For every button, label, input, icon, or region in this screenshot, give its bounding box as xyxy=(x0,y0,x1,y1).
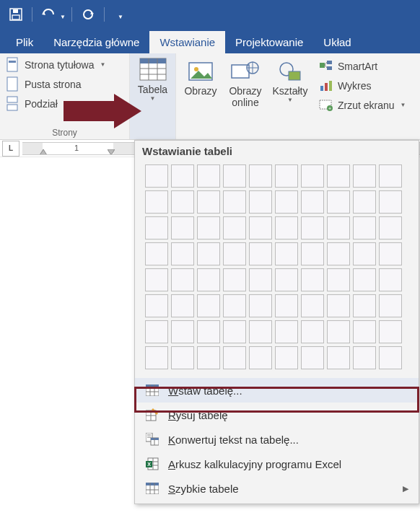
table-grid-picker[interactable] xyxy=(135,162,419,378)
grid-cell[interactable] xyxy=(379,164,402,188)
online-pictures-button[interactable]: Obrazy online xyxy=(224,58,267,139)
tab-layout[interactable]: Układ xyxy=(313,31,361,53)
grid-cell[interactable] xyxy=(223,242,246,265)
grid-cell[interactable] xyxy=(275,242,298,265)
grid-cell[interactable] xyxy=(223,320,246,343)
grid-cell[interactable] xyxy=(223,268,246,291)
tab-file[interactable]: Plik xyxy=(6,31,43,53)
first-line-indent-icon[interactable] xyxy=(40,149,47,155)
chart-button[interactable]: Wykres xyxy=(319,76,406,95)
grid-cell[interactable] xyxy=(145,190,168,214)
grid-cell[interactable] xyxy=(379,346,402,369)
undo-button[interactable] xyxy=(38,4,58,25)
grid-cell[interactable] xyxy=(327,294,350,317)
grid-cell[interactable] xyxy=(249,268,272,291)
grid-cell[interactable] xyxy=(353,346,376,369)
grid-cell[interactable] xyxy=(379,320,402,343)
grid-cell[interactable] xyxy=(379,216,402,239)
grid-cell[interactable] xyxy=(197,320,220,343)
tab-insert[interactable]: Wstawianie xyxy=(149,31,225,53)
grid-cell[interactable] xyxy=(379,190,402,214)
grid-cell[interactable] xyxy=(275,320,298,343)
grid-cell[interactable] xyxy=(275,164,298,188)
grid-cell[interactable] xyxy=(327,164,350,188)
grid-cell[interactable] xyxy=(249,320,272,343)
grid-cell[interactable] xyxy=(353,190,376,214)
pictures-button[interactable]: Obrazy xyxy=(179,58,222,139)
grid-cell[interactable] xyxy=(301,164,324,188)
undo-dropdown-icon[interactable]: ▼ xyxy=(60,14,66,20)
grid-cell[interactable] xyxy=(301,242,324,265)
grid-cell[interactable] xyxy=(197,242,220,265)
menu-quick-tables[interactable]: Szybkie tabele ▶ xyxy=(135,476,419,501)
grid-cell[interactable] xyxy=(197,346,220,369)
grid-cell[interactable] xyxy=(223,294,246,317)
grid-cell[interactable] xyxy=(145,294,168,317)
grid-cell[interactable] xyxy=(171,242,194,265)
grid-cell[interactable] xyxy=(197,294,220,317)
grid-cell[interactable] xyxy=(171,346,194,369)
grid-cell[interactable] xyxy=(171,190,194,214)
grid-cell[interactable] xyxy=(275,216,298,239)
grid-cell[interactable] xyxy=(145,216,168,239)
grid-cell[interactable] xyxy=(197,268,220,291)
grid-cell[interactable] xyxy=(327,190,350,214)
qat-customize-icon[interactable]: ▼ xyxy=(118,14,123,20)
grid-cell[interactable] xyxy=(379,294,402,317)
grid-cell[interactable] xyxy=(197,164,220,188)
grid-cell[interactable] xyxy=(223,216,246,239)
shapes-button[interactable]: Kształty ▼ xyxy=(268,58,312,139)
grid-cell[interactable] xyxy=(353,294,376,317)
grid-cell[interactable] xyxy=(353,164,376,188)
grid-cell[interactable] xyxy=(171,216,194,239)
grid-cell[interactable] xyxy=(301,216,324,239)
tab-selector[interactable]: L xyxy=(2,141,19,157)
redo-button[interactable] xyxy=(78,4,98,25)
grid-cell[interactable] xyxy=(171,268,194,291)
grid-cell[interactable] xyxy=(301,346,324,369)
save-button[interactable] xyxy=(6,4,26,25)
grid-cell[interactable] xyxy=(327,320,350,343)
grid-cell[interactable] xyxy=(249,164,272,188)
grid-cell[interactable] xyxy=(327,346,350,369)
grid-cell[interactable] xyxy=(145,242,168,265)
grid-cell[interactable] xyxy=(353,320,376,343)
grid-cell[interactable] xyxy=(249,242,272,265)
grid-cell[interactable] xyxy=(223,164,246,188)
grid-cell[interactable] xyxy=(379,242,402,265)
grid-cell[interactable] xyxy=(223,346,246,369)
tab-home[interactable]: Narzędzia główne xyxy=(43,31,149,53)
grid-cell[interactable] xyxy=(353,268,376,291)
grid-cell[interactable] xyxy=(353,216,376,239)
grid-cell[interactable] xyxy=(223,190,246,214)
grid-cell[interactable] xyxy=(249,346,272,369)
grid-cell[interactable] xyxy=(275,268,298,291)
grid-cell[interactable] xyxy=(301,190,324,214)
grid-cell[interactable] xyxy=(379,268,402,291)
grid-cell[interactable] xyxy=(301,320,324,343)
grid-cell[interactable] xyxy=(275,190,298,214)
screenshot-button[interactable]: + Zrzut ekranu ▼ xyxy=(319,95,406,115)
smartart-button[interactable]: SmartArt xyxy=(319,56,406,76)
grid-cell[interactable] xyxy=(197,216,220,239)
grid-cell[interactable] xyxy=(353,242,376,265)
grid-cell[interactable] xyxy=(197,190,220,214)
grid-cell[interactable] xyxy=(145,346,168,369)
grid-cell[interactable] xyxy=(145,164,168,188)
grid-cell[interactable] xyxy=(327,268,350,291)
right-indent-icon[interactable] xyxy=(108,149,115,155)
grid-cell[interactable] xyxy=(145,320,168,343)
blank-page-button[interactable]: Pusta strona xyxy=(4,74,125,94)
grid-cell[interactable] xyxy=(145,268,168,291)
grid-cell[interactable] xyxy=(301,294,324,317)
menu-draw-table[interactable]: Rysuj tabelę xyxy=(135,403,419,427)
grid-cell[interactable] xyxy=(249,294,272,317)
grid-cell[interactable] xyxy=(171,294,194,317)
cover-page-button[interactable]: Strona tytułowa ▼ xyxy=(4,55,125,74)
grid-cell[interactable] xyxy=(275,294,298,317)
grid-cell[interactable] xyxy=(327,216,350,239)
grid-cell[interactable] xyxy=(171,320,194,343)
menu-insert-table[interactable]: Wstaw tabelę... xyxy=(135,378,419,403)
menu-excel-spreadsheet[interactable]: X Arkusz kalkulacyjny programu Excel xyxy=(135,452,419,476)
grid-cell[interactable] xyxy=(327,242,350,265)
